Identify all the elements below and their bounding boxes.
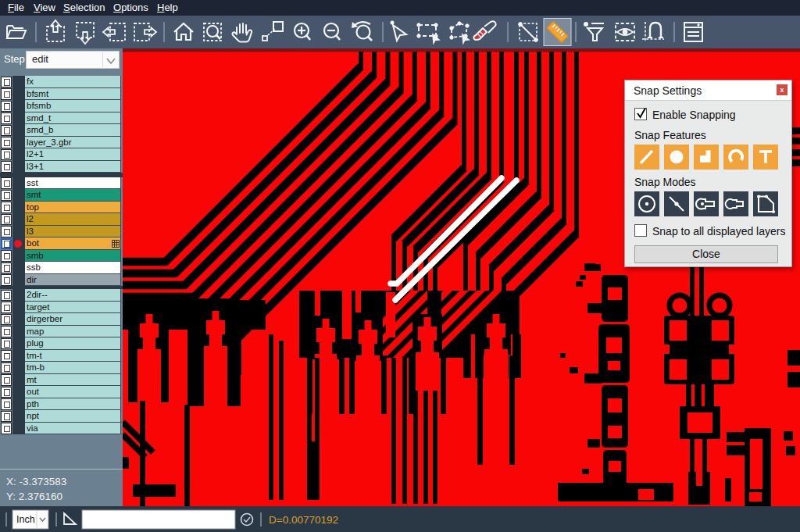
svg-text:D=0.00770192: D=0.00770192 — [269, 514, 338, 526]
svg-text:Inch: Inch — [16, 514, 35, 525]
